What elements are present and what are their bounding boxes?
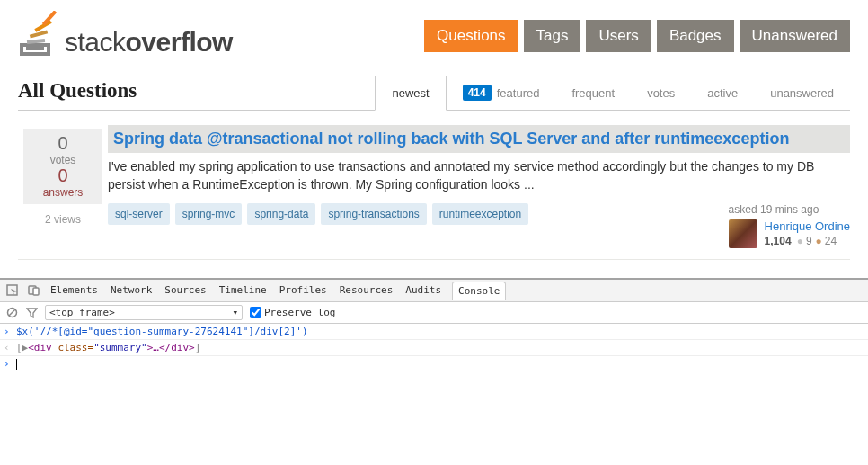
sort-tabs: newest 414featured frequent votes active… xyxy=(375,76,850,110)
nav-unanswered[interactable]: Unanswered xyxy=(740,20,850,52)
dt-tab-elements[interactable]: Elements xyxy=(49,282,100,299)
header: stackoverflow Questions Tags Users Badge… xyxy=(0,0,868,58)
stats-column: 0 votes 0 answers 2 views xyxy=(18,125,108,248)
featured-badge: 414 xyxy=(463,85,492,101)
vote-count: 0 xyxy=(32,134,93,152)
devtools-panel: Elements Network Sources Timeline Profil… xyxy=(0,278,868,371)
console-command: $x('//*[@id="question-summary-27624141"]… xyxy=(0,324,868,340)
frame-selector[interactable]: <top frame>▾ xyxy=(45,305,243,320)
asked-time: asked 19 mins ago xyxy=(729,203,850,216)
filter-icon[interactable] xyxy=(25,306,38,318)
user-reputation: 1,104924 xyxy=(765,235,850,247)
chevron-down-icon: ▾ xyxy=(232,307,238,318)
tag[interactable]: spring-mvc xyxy=(175,203,243,225)
dt-tab-profiles[interactable]: Profiles xyxy=(278,282,329,299)
question-title-wrap: Spring data @transactional not rolling b… xyxy=(108,125,850,153)
nav-questions[interactable]: Questions xyxy=(424,20,518,52)
page-title: All Questions xyxy=(18,79,137,110)
answer-count: 0 xyxy=(32,166,93,184)
user-name-link[interactable]: Henrique Ordine xyxy=(765,219,850,233)
nav-tags[interactable]: Tags xyxy=(524,20,581,52)
nav-badges[interactable]: Badges xyxy=(657,20,734,52)
page-title-row: All Questions newest 414featured frequen… xyxy=(18,76,850,111)
console-input[interactable] xyxy=(0,356,868,371)
logo-text-2: overflow xyxy=(126,27,233,57)
question-excerpt: I've enabled my spring application to us… xyxy=(108,158,850,193)
dt-tab-timeline[interactable]: Timeline xyxy=(217,282,269,299)
question-summary: 0 votes 0 answers 2 views Spring data @t… xyxy=(18,118,850,260)
tab-votes[interactable]: votes xyxy=(631,76,691,110)
tab-unanswered[interactable]: unanswered xyxy=(754,76,850,110)
cursor xyxy=(16,359,17,370)
svg-rect-4 xyxy=(34,20,51,31)
answer-label: answers xyxy=(32,186,93,199)
preserve-log-checkbox[interactable] xyxy=(250,307,261,318)
user-info: asked 19 mins ago Henrique Ordine 1,1049… xyxy=(729,203,850,248)
dt-tab-audits[interactable]: Audits xyxy=(403,282,443,299)
dt-tab-network[interactable]: Network xyxy=(109,282,154,299)
tab-frequent[interactable]: frequent xyxy=(555,76,631,110)
device-icon[interactable] xyxy=(27,284,40,297)
tag-list: sql-server spring-mvc spring-data spring… xyxy=(108,203,528,225)
avatar[interactable] xyxy=(729,219,757,248)
dt-tab-sources[interactable]: Sources xyxy=(163,282,208,299)
inspect-icon[interactable] xyxy=(5,284,18,297)
tag[interactable]: spring-data xyxy=(247,203,315,225)
tag[interactable]: sql-server xyxy=(108,203,170,225)
logo-text-1: stack xyxy=(65,27,126,57)
svg-line-10 xyxy=(9,309,15,316)
preserve-log-toggle[interactable]: Preserve log xyxy=(250,307,335,318)
svg-rect-1 xyxy=(26,47,44,50)
clear-console-icon[interactable] xyxy=(5,306,18,318)
question-title-link[interactable]: Spring data @transactional not rolling b… xyxy=(113,130,789,148)
main-nav: Questions Tags Users Badges Unanswered xyxy=(424,20,850,52)
console-result[interactable]: [▶<div class="summary">…</div>] xyxy=(0,340,868,356)
nav-users[interactable]: Users xyxy=(586,20,651,52)
tab-featured[interactable]: 414featured xyxy=(447,76,556,110)
tab-active[interactable]: active xyxy=(691,76,754,110)
tab-newest[interactable]: newest xyxy=(375,76,446,111)
dt-tab-resources[interactable]: Resources xyxy=(338,282,395,299)
svg-rect-3 xyxy=(30,30,48,38)
tag[interactable]: spring-transactions xyxy=(321,203,426,225)
stackoverflow-icon xyxy=(22,11,57,54)
view-count: 2 views xyxy=(18,213,108,226)
tag[interactable]: runtimeexception xyxy=(432,203,528,225)
question-body: Spring data @transactional not rolling b… xyxy=(108,125,850,248)
svg-rect-8 xyxy=(33,288,39,295)
dt-tab-console[interactable]: Console xyxy=(452,282,506,300)
logo[interactable]: stackoverflow xyxy=(18,11,233,58)
vote-label: votes xyxy=(32,154,93,166)
